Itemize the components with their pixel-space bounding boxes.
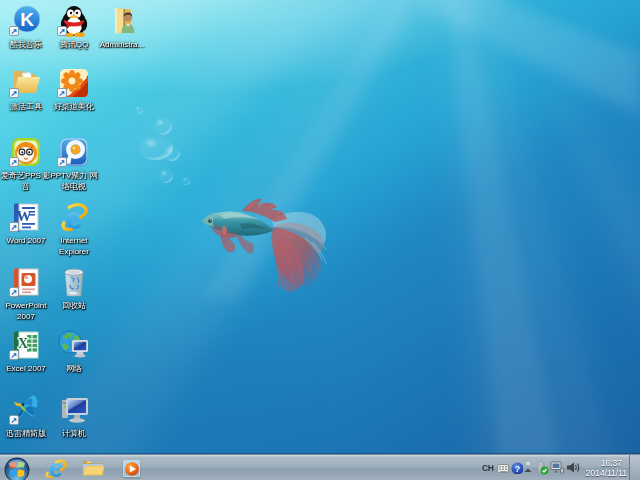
svg-text:X: X <box>18 336 28 351</box>
svg-text:?: ? <box>515 464 521 474</box>
svg-text:K: K <box>20 9 34 30</box>
svg-text:W: W <box>17 208 32 224</box>
